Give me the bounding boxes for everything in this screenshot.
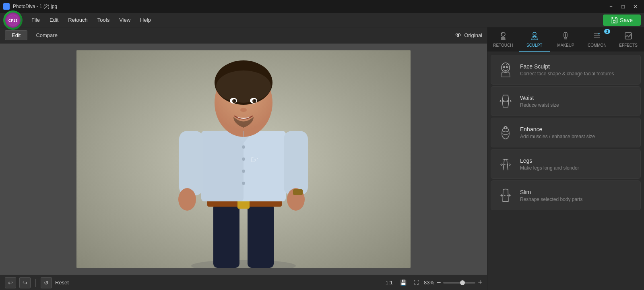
original-toggle[interactable]: 👁 Original	[455, 32, 482, 39]
tool-slim[interactable]: Slim Reshape selected body parts	[491, 180, 641, 210]
tab-common[interactable]: COMMON 2	[581, 27, 613, 52]
compare-tab[interactable]: Compare	[29, 30, 64, 40]
tab-effects[interactable]: EFFECTS	[613, 27, 644, 52]
legs-icon-box	[497, 155, 514, 173]
svg-point-16	[178, 188, 196, 211]
slim-icon-box	[497, 186, 514, 204]
tab-bar: RETOUCH SCULPT	[487, 27, 644, 52]
right-panel: RETOUCH SCULPT	[487, 27, 644, 290]
tab-makeup-label: MAKEUP	[557, 43, 574, 48]
eye-icon: 👁	[455, 32, 462, 39]
face-sculpt-desc: Correct face shape & change facial featu…	[520, 71, 614, 77]
svg-point-12	[242, 170, 245, 173]
menu-help[interactable]: Help	[136, 15, 155, 25]
reset-icon-button[interactable]: ↺	[41, 277, 52, 288]
tool-face-sculpt[interactable]: Face Sculpt Correct face shape & change …	[491, 55, 641, 85]
zoom-in-button[interactable]: +	[478, 278, 482, 287]
tool-legs[interactable]: Legs Make legs long and slender	[491, 149, 641, 179]
enhance-icon	[497, 124, 514, 141]
slim-name: Slim	[520, 189, 582, 195]
photo-svg	[76, 50, 411, 268]
waist-icon-box	[497, 92, 514, 110]
svg-point-22	[216, 70, 271, 103]
save-button[interactable]: Save	[603, 14, 641, 26]
status-bar: ↩ ↪ ↺ Reset 1:1 💾 ⛶ 83% − +	[0, 275, 487, 290]
svg-rect-17	[284, 131, 308, 195]
canvas-toolbar: Edit Compare 👁 Original	[0, 27, 487, 44]
menu-retouch[interactable]: Retouch	[64, 15, 91, 25]
tool-enhance[interactable]: Enhance Add muscles / enhance breast siz…	[491, 118, 641, 147]
svg-point-10	[242, 145, 245, 149]
fullscreen-button[interactable]: ⛶	[411, 279, 421, 286]
waist-icon	[497, 93, 514, 109]
svg-rect-9	[201, 131, 244, 201]
tool-list: Face Sculpt Correct face shape & change …	[487, 52, 644, 290]
svg-rect-36	[564, 38, 567, 39]
svg-point-29	[240, 108, 247, 112]
menu-tools[interactable]: Tools	[93, 15, 114, 25]
separator-1	[35, 279, 36, 287]
undo-button[interactable]: ↩	[5, 277, 16, 288]
minimize-button[interactable]: −	[605, 2, 617, 11]
menu-bar: CP13 File Edit Retouch Tools View Help S…	[0, 13, 644, 27]
tab-sculpt[interactable]: SCULPT	[519, 27, 550, 52]
svg-rect-5	[248, 203, 274, 268]
tool-waist[interactable]: Waist Reduce waist size	[491, 86, 641, 116]
svg-point-13	[242, 182, 245, 185]
slim-icon	[497, 187, 514, 203]
photo-image: ☞	[76, 50, 411, 268]
maximize-button[interactable]: □	[617, 2, 629, 11]
zoom-percent: 83%	[424, 280, 434, 286]
effects-icon	[624, 31, 633, 41]
legs-desc: Make legs long and slender	[520, 165, 579, 171]
title-bar-left: PhotoDiva - 1 (2).jpg	[3, 3, 57, 10]
zoom-slider[interactable]	[443, 282, 475, 284]
svg-point-27	[234, 100, 235, 102]
svg-rect-4	[213, 203, 239, 268]
tab-effects-label: EFFECTS	[619, 43, 638, 48]
enhance-desc: Add muscles / enhance breast size	[520, 134, 595, 139]
logo-inner: CP13	[5, 12, 21, 28]
window-title: PhotoDiva - 1 (2).jpg	[13, 4, 57, 9]
close-button[interactable]: ✕	[630, 2, 641, 11]
tab-sculpt-label: SCULPT	[526, 43, 542, 48]
zoom-out-button[interactable]: −	[437, 278, 441, 287]
face-sculpt-name: Face Sculpt	[520, 63, 614, 70]
edit-tab[interactable]: Edit	[5, 30, 27, 40]
svg-point-48	[504, 126, 507, 129]
original-label: Original	[464, 32, 482, 38]
waist-desc: Reduce waist size	[520, 102, 559, 108]
menu-file[interactable]: File	[27, 15, 44, 25]
waist-name: Waist	[520, 95, 559, 101]
main-content: Edit Compare 👁 Original	[0, 27, 644, 290]
svg-point-34	[533, 32, 536, 35]
svg-point-11	[242, 157, 245, 161]
face-sculpt-icon	[497, 62, 514, 78]
svg-point-33	[501, 33, 502, 35]
tab-makeup[interactable]: MAKEUP	[550, 27, 582, 52]
menu-edit[interactable]: Edit	[45, 15, 62, 25]
face-sculpt-icon-box	[497, 61, 514, 79]
enhance-text: Enhance Add muscles / enhance breast siz…	[520, 126, 595, 139]
ratio-button[interactable]: 1:1	[383, 279, 395, 286]
common-icon	[592, 31, 601, 41]
redo-button[interactable]: ↪	[19, 277, 31, 288]
app-logo: CP13	[3, 10, 23, 30]
svg-point-44	[502, 63, 510, 72]
menu-view[interactable]: View	[115, 15, 134, 25]
menu-items: CP13 File Edit Retouch Tools View Help	[3, 10, 155, 30]
svg-point-28	[254, 100, 256, 102]
photo-canvas[interactable]: ☞	[0, 44, 487, 275]
zoom-thumb	[460, 280, 465, 285]
save-label: Save	[620, 17, 633, 23]
makeup-icon	[561, 31, 570, 41]
reset-label: Reset	[55, 280, 69, 286]
tab-retouch[interactable]: RETOUCH	[487, 27, 519, 52]
legs-text: Legs Make legs long and slender	[520, 157, 579, 171]
zoom-controls: 1:1 💾 ⛶ 83% − +	[383, 278, 482, 287]
fit-button[interactable]: 💾	[398, 279, 409, 286]
enhance-icon-box	[497, 124, 514, 141]
canvas-area: Edit Compare 👁 Original	[0, 27, 487, 290]
svg-rect-43	[625, 33, 632, 39]
waist-text: Waist Reduce waist size	[520, 95, 559, 108]
